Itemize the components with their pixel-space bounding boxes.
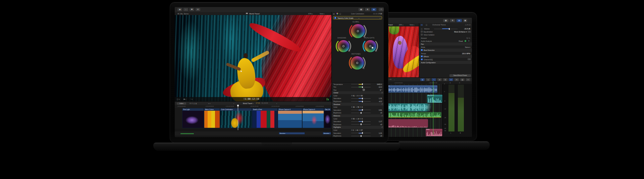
solo-icon[interactable]: Ω xyxy=(443,78,447,81)
browser-grid-view-icon[interactable]: ▦ xyxy=(359,8,364,11)
import-media-icon[interactable]: ◉ xyxy=(177,8,182,11)
effects-checkbox[interactable] xyxy=(421,56,423,57)
slider-thumb[interactable] xyxy=(362,98,363,99)
narration-audio-clip[interactable]: Narration xyxy=(323,132,331,135)
clip-appearance-icons[interactable]: ⊞ ⊟ ▤ ▦ xyxy=(190,102,197,104)
voice-isolation-checkbox[interactable] xyxy=(421,34,423,35)
color-wheel-highlights[interactable] xyxy=(364,40,376,52)
skimming-icon[interactable]: ⇄ xyxy=(437,78,442,81)
slider-thumb[interactable] xyxy=(361,123,362,125)
timeline-title-menu[interactable]: World Travel ▾ xyxy=(243,102,253,104)
timeline-clip[interactable]: iPhone Capture A xyxy=(302,108,324,128)
wheel-indicator[interactable] xyxy=(357,30,359,32)
audio-lane-narration[interactable]: Narration xyxy=(384,85,437,93)
slider-thumb[interactable] xyxy=(362,101,363,102)
inspector-row: Tint-12.0 xyxy=(332,86,384,89)
slider-thumb[interactable] xyxy=(361,135,362,137)
snapping-icon[interactable]: ▥ xyxy=(420,78,425,81)
audio-lane-mus-fx-02[interactable]: Mus FX 02 xyxy=(427,95,442,103)
background-tasks-icon[interactable]: ⊘ xyxy=(196,8,200,11)
slider-thumb[interactable] xyxy=(362,83,363,85)
slider-thumb[interactable] xyxy=(362,121,363,122)
viewer-canvas[interactable]: ▢ ▾ ◆ ▾ ◔ ▾ 01:00:12:19 xyxy=(175,15,331,101)
timeline-clip[interactable]: Warm Colors xyxy=(204,108,220,128)
timeline-clip[interactable]: Swath of Red xyxy=(252,108,278,128)
back-view-menu[interactable]: View ▾ xyxy=(410,24,414,26)
eq-thumbnail-button[interactable]: ≈ xyxy=(468,58,471,60)
inspector-row: Saturation1.17 xyxy=(332,120,384,123)
wheel-indicator[interactable] xyxy=(342,45,344,47)
timeline-clip[interactable]: Color Celebration xyxy=(220,108,252,128)
wheel-reset-icon[interactable]: ↺ xyxy=(376,50,377,52)
equalization-checkbox[interactable] xyxy=(421,31,423,32)
next-clip-icon[interactable]: › xyxy=(276,102,277,104)
audio-lane-water[interactable]: Water xyxy=(426,129,442,136)
wheel-indicator[interactable] xyxy=(356,62,358,64)
wheel-reset-icon[interactable]: ↺ xyxy=(349,50,350,52)
slider-thumb[interactable] xyxy=(362,86,363,88)
color-preset-dropdown[interactable]: Tapestry Color Grade ▾ ▾ xyxy=(333,16,382,19)
narration-audio-clip[interactable]: Narration xyxy=(279,132,305,135)
timeline-total: / 01:33:09 xyxy=(261,102,268,104)
back-zoom-menu[interactable]: 29% ▾ xyxy=(399,24,403,26)
render-icon[interactable]: ▤ xyxy=(460,78,465,81)
meter-channel-label: L xyxy=(450,132,451,134)
skimmer-tool-icon[interactable]: ▸ ▾ xyxy=(208,102,210,104)
reset-icon[interactable]: ↺ xyxy=(381,115,383,117)
keyword-editor-icon[interactable]: ✱ xyxy=(190,8,194,11)
magic-wand-icon[interactable]: ✦ xyxy=(468,40,470,42)
hue-knob[interactable] xyxy=(363,89,365,91)
row-label: Tempo xyxy=(421,53,426,55)
timeline-clip[interactable]: First Light xyxy=(182,108,204,128)
timeline-clip[interactable]: Day 1A xyxy=(324,108,331,128)
audio-lane-clip[interactable] xyxy=(384,103,432,111)
index-button[interactable]: Index xyxy=(177,102,186,105)
back-playhead[interactable] xyxy=(433,81,433,135)
audio-lane-clip[interactable] xyxy=(384,119,428,127)
timeline-view-icon[interactable]: ▤ xyxy=(371,8,376,11)
reset-icon[interactable]: ↺ xyxy=(381,103,383,105)
share-icon[interactable]: ⇧ xyxy=(379,8,384,11)
lane-waveform xyxy=(384,119,428,127)
close-icon[interactable]: × xyxy=(466,78,470,81)
tools-icon[interactable]: ⊓ xyxy=(454,78,459,81)
timeline-clip[interactable]: iPhone Capture A xyxy=(278,108,302,128)
wheel-indicator[interactable] xyxy=(369,45,371,47)
list-view-icon[interactable]: ≣ xyxy=(365,8,370,11)
viewer-zoom-menu[interactable]: 67% ▾ xyxy=(308,13,313,15)
wheel-puck[interactable] xyxy=(372,47,373,49)
list-view-icon[interactable]: ≣ xyxy=(450,19,455,22)
audio-clip-sliver[interactable] xyxy=(180,133,194,134)
slider-thumb[interactable] xyxy=(362,109,363,111)
timeline-playhead[interactable] xyxy=(238,105,238,130)
disclosure-icon[interactable]: › xyxy=(394,79,395,81)
reset-icon[interactable]: ↺ xyxy=(381,92,383,94)
magnet-icon[interactable]: ∪ xyxy=(426,78,430,81)
color-wheel-midtones[interactable] xyxy=(351,56,364,70)
slider-thumb[interactable] xyxy=(362,132,363,134)
previous-clip-icon[interactable]: ‹ xyxy=(233,102,234,104)
draw-mask-icon[interactable]: ◆ ▾ xyxy=(183,98,186,100)
viewer-view-menu[interactable]: View ▾ xyxy=(320,13,324,15)
download-icon[interactable]: ↓ xyxy=(183,8,188,11)
playhead-handle[interactable] xyxy=(237,105,239,106)
save-effects-preset-button[interactable]: Save Effects Preset xyxy=(449,74,471,77)
color-wheel-global[interactable] xyxy=(351,24,365,38)
wheel-reset-icon[interactable]: ↺ xyxy=(363,68,365,70)
audio-waveform-icon[interactable]: ≈ xyxy=(432,78,436,81)
timeline-view-icon[interactable]: ▤ xyxy=(457,19,462,22)
volume-slider-thumb[interactable] xyxy=(449,28,450,30)
channel-eq-checkbox[interactable] xyxy=(421,59,423,60)
preset-enabled-checkbox[interactable] xyxy=(334,17,336,19)
back-viewer-canvas[interactable]: 2:21 ◱ xyxy=(384,26,419,78)
beat-detection-checkbox[interactable] xyxy=(421,49,423,51)
browser-grid-view-icon[interactable]: ▦ xyxy=(443,19,448,22)
reset-icon[interactable]: ↺ xyxy=(381,126,383,128)
slider-thumb[interactable] xyxy=(361,112,362,114)
loop-icon[interactable]: ≋ xyxy=(449,78,453,81)
retime-icon[interactable]: ◔ ▾ xyxy=(190,98,193,100)
crop-icon[interactable]: ▢ ▾ xyxy=(177,98,180,100)
eq-thumbnail-button[interactable]: ≈ xyxy=(468,31,471,33)
color-wheel-shadows[interactable] xyxy=(337,40,350,52)
lock-icon[interactable]: ▣ xyxy=(463,19,467,22)
